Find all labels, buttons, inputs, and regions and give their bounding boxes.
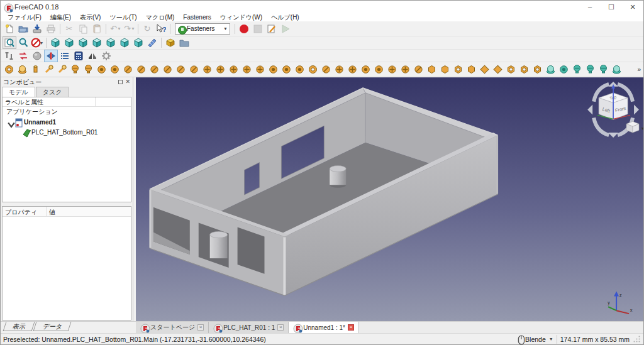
fastener-cap-icon[interactable] <box>17 64 28 75</box>
fastener-cross-icon[interactable] <box>215 64 226 75</box>
toolbar-overflow-button[interactable]: » <box>637 66 641 73</box>
macro-stop-button[interactable] <box>251 23 265 35</box>
simplify-shape-button[interactable] <box>30 50 44 62</box>
tree-item-part[interactable]: PLC_HAT_Bottom_R01 <box>3 127 131 137</box>
fastener-cross-icon[interactable] <box>347 64 358 75</box>
fastener-pan-icon[interactable] <box>70 64 80 75</box>
dock-close-icon[interactable]: ✕ <box>125 79 130 85</box>
fastener-cross-icon[interactable] <box>255 64 265 75</box>
fastener-pan-icon[interactable] <box>572 64 582 75</box>
undo-button[interactable]: ↶▼ <box>108 23 122 35</box>
bom-list-button[interactable] <box>58 50 72 62</box>
view-right-button[interactable] <box>90 36 104 49</box>
view-axonometric-button[interactable] <box>48 36 62 49</box>
fastener-cap-icon[interactable] <box>611 64 622 75</box>
macro-record-button[interactable] <box>237 23 251 35</box>
menu-item[interactable]: ウィンドウ(W) <box>216 13 267 22</box>
chevron-down-icon[interactable]: ▼ <box>117 26 121 31</box>
document-tab[interactable]: スタートページ× <box>136 322 209 333</box>
document-tab[interactable]: PLC_HAT_R01 : 1× <box>209 322 289 333</box>
fastener-cross-icon[interactable] <box>202 64 213 75</box>
fastener-pan-icon[interactable] <box>585 64 596 75</box>
close-button[interactable]: ✕ <box>622 1 643 13</box>
fastener-slot-icon[interactable] <box>413 64 424 75</box>
fastener-diag-icon[interactable] <box>57 64 67 75</box>
fastener-cross-icon[interactable] <box>334 64 345 75</box>
tab-close-icon[interactable]: × <box>197 324 204 331</box>
fastener-nut-icon[interactable] <box>532 64 543 75</box>
open-file-button[interactable] <box>16 23 30 35</box>
draw-style-button[interactable]: ▼ <box>30 36 44 49</box>
maximize-button[interactable]: ☐ <box>601 1 622 13</box>
match-to-hole-button[interactable] <box>44 50 58 62</box>
view-bottom-button[interactable] <box>118 36 131 49</box>
fastener-diag-icon[interactable] <box>43 64 54 75</box>
whats-this-button[interactable]: ? <box>154 23 168 35</box>
menu-item[interactable]: 表示(V) <box>75 13 105 22</box>
fastener-socket-icon[interactable] <box>268 64 279 75</box>
panel-tab[interactable]: データ <box>33 322 72 331</box>
panel-tab[interactable]: 表示 <box>3 322 35 331</box>
fastener-socket-icon[interactable] <box>109 64 120 75</box>
fastener-socket-icon[interactable] <box>360 64 371 75</box>
chevron-down-icon[interactable]: ▼ <box>40 41 44 45</box>
menu-item[interactable]: ヘルプ(H) <box>267 13 304 22</box>
tree-item-document[interactable]: > Unnamed1 <box>3 117 131 127</box>
chevron-down-icon[interactable]: ▼ <box>131 26 135 31</box>
fastener-slot-icon[interactable] <box>321 64 331 75</box>
fastener-slot-icon[interactable] <box>162 64 173 75</box>
combo-view-tab[interactable]: タスク <box>36 87 69 97</box>
fastener-standoff-icon[interactable] <box>30 64 41 75</box>
fastener-slot-icon[interactable] <box>175 64 186 75</box>
cut-button[interactable]: ✂ <box>62 23 76 35</box>
fastener-calculator-button[interactable] <box>72 50 86 62</box>
combo-view-tab[interactable]: モデル <box>2 87 35 97</box>
view-rear-button[interactable] <box>104 36 118 49</box>
fastener-hex-icon[interactable] <box>466 64 477 75</box>
fastener-pan-icon[interactable] <box>83 64 94 75</box>
redo-button[interactable]: ↷▼ <box>122 23 136 35</box>
workbench-selector[interactable]: Fasteners ▼ <box>175 23 230 35</box>
new-file-button[interactable] <box>3 23 16 35</box>
fastener-slot-icon[interactable] <box>136 64 147 75</box>
dock-float-icon[interactable] <box>118 80 123 84</box>
fastener-socket-icon[interactable] <box>294 64 305 75</box>
resize-grip[interactable] <box>633 335 641 343</box>
menu-item[interactable]: 編集(E) <box>46 13 75 22</box>
fastener-cross-icon[interactable] <box>228 64 239 75</box>
fastener-nut-icon[interactable] <box>453 64 464 75</box>
chevron-down-icon[interactable]: > <box>6 119 13 125</box>
fastener-washer-icon[interactable] <box>4 64 14 75</box>
fastener-cap-icon[interactable] <box>545 64 556 75</box>
minimize-button[interactable]: – <box>579 1 601 13</box>
shape-kit-button[interactable] <box>86 50 99 62</box>
fastener-washer-icon[interactable] <box>308 64 318 75</box>
group-folder-button[interactable] <box>177 36 191 49</box>
fastener-cross-icon[interactable] <box>387 64 397 75</box>
fastener-square-icon[interactable] <box>492 64 503 75</box>
fastener-pan-icon[interactable] <box>598 64 609 75</box>
fastener-cross-icon[interactable] <box>242 64 252 75</box>
fit-selection-button[interactable] <box>16 36 30 49</box>
fit-all-button[interactable] <box>3 36 16 49</box>
chevron-down-icon[interactable]: ▼ <box>549 337 553 341</box>
fastener-hex-icon[interactable] <box>440 64 450 75</box>
fastener-socket-icon[interactable] <box>281 64 292 75</box>
flip-fastener-button[interactable] <box>3 50 16 62</box>
fastener-cross-icon[interactable] <box>400 64 411 75</box>
fastener-socket-icon[interactable] <box>374 64 384 75</box>
menu-item[interactable]: マクロ(M) <box>142 13 179 22</box>
part-yellow-button[interactable] <box>164 36 177 49</box>
copy-button[interactable] <box>76 23 90 35</box>
fastener-nut-icon[interactable] <box>506 64 516 75</box>
macro-play-button[interactable] <box>279 23 292 35</box>
fastener-socket-icon[interactable] <box>558 64 569 75</box>
measure-distance-button[interactable] <box>145 36 159 49</box>
fasteners-preferences-button[interactable] <box>99 50 113 62</box>
refresh-button[interactable]: ↻ <box>140 23 154 35</box>
menu-item[interactable]: ファイル(F) <box>3 13 46 22</box>
view-front-button[interactable] <box>62 36 76 49</box>
fastener-socket-icon[interactable] <box>96 64 107 75</box>
tab-close-icon[interactable]: × <box>277 324 284 331</box>
menu-item[interactable]: Fasteners <box>179 14 215 21</box>
